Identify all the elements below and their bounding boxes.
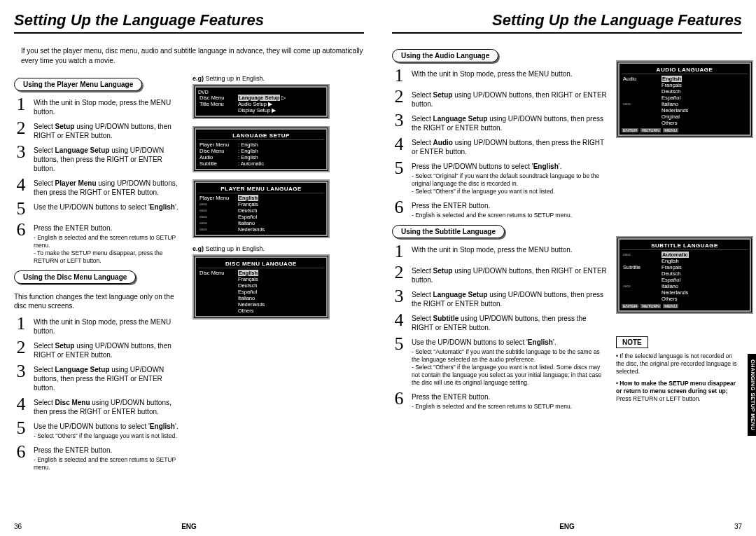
page-36: Setting Up the Language Features If you … — [0, 0, 378, 536]
osd-setup-menu: DVD Disc MenuLanguage Setup ▷ Title Menu… — [192, 84, 330, 119]
page-title-right: Setting Up the Language Features — [392, 11, 742, 34]
note-body: • If the selected language is not record… — [616, 352, 742, 403]
osd-player-menu-language: PLAYER MENU LANGUAGE Player MenuEnglish … — [192, 179, 330, 238]
right-page-left-column: Using the Audio Language 1With the unit … — [392, 46, 609, 413]
left-column: Using the Player Menu Language 1With the… — [14, 75, 186, 474]
page-37: Setting Up the Language Features Using t… — [378, 0, 756, 536]
page-number-37: 37 — [734, 523, 742, 530]
lang-label-left: ENG — [181, 523, 197, 530]
eg-text-2: e.g) Setting up in English. — [192, 245, 364, 252]
section-player-menu: Using the Player Menu Language — [14, 78, 142, 91]
right-column-osd: e.g) Setting up in English. DVD Disc Men… — [192, 75, 364, 474]
eg-text-1: e.g) Setting up in English. — [192, 75, 364, 82]
page-number-36: 36 — [14, 523, 22, 530]
osd-audio-language: AUDIO LANGUAGE AudioEnglish Français Deu… — [616, 60, 753, 138]
section-audio: Using the Audio Language — [392, 49, 498, 62]
page-title-left: Setting Up the Language Features — [14, 11, 364, 34]
section-disc-menu: Using the Disc Menu Language — [14, 270, 136, 284]
osd-language-setup: LANGUAGE SETUP Player Menu: English Disc… — [192, 126, 330, 172]
disc-intro: This function changes the text language … — [14, 292, 186, 310]
section-subtitle: Using the Subtitle Language — [392, 225, 505, 238]
osd-subtitle-language: SUBTITLE LANGUAGE ▫▫▫▫Automatic English … — [616, 236, 753, 314]
osd-disc-menu-language: DISC MENU LANGUAGE Disc MenuEnglish Fran… — [192, 254, 330, 319]
audio-steps: 1With the unit in Stop mode, press the M… — [392, 67, 609, 219]
note-label: NOTE — [616, 336, 648, 348]
player-steps: 1With the unit in Stop mode, press the M… — [14, 95, 186, 265]
lang-label-right: ENG — [559, 523, 575, 530]
right-page-right-column: AUDIO LANGUAGE AudioEnglish Français Deu… — [616, 46, 742, 413]
subtitle-steps: 1With the unit in Stop mode, press the M… — [392, 242, 609, 411]
intro-text: If you set the player menu, disc menu, a… — [21, 46, 364, 65]
disc-steps: 1With the unit in Stop mode, press the M… — [14, 315, 186, 472]
side-tab: CHANGING SETUP MENU — [748, 354, 756, 436]
